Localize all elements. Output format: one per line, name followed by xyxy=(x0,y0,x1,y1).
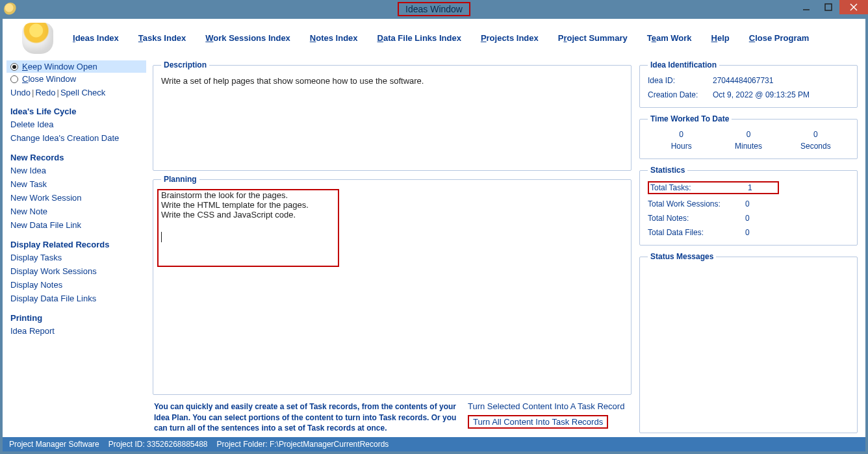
turn-selected-into-task-link[interactable]: Turn Selected Content Into A Task Record xyxy=(468,401,624,411)
right-column: Idea Identification Idea ID: 27044484067… xyxy=(638,60,859,433)
minutes-label: Minutes xyxy=(715,142,782,151)
minutes-value: 0 xyxy=(715,130,782,139)
new-note-link[interactable]: New Note xyxy=(6,206,146,217)
application-window: Ideas Window Ideas Index Tasks Index Wor… xyxy=(0,0,868,454)
printing-header: Printing xyxy=(6,313,146,323)
display-related-header: Display Related Records xyxy=(6,240,146,249)
menu-ideas-index[interactable]: Ideas Index xyxy=(73,33,119,43)
stat-value: 1 xyxy=(748,183,774,192)
new-records-header: New Records xyxy=(6,153,146,162)
idea-id-label: Idea ID: xyxy=(648,76,713,85)
turn-all-into-tasks-link[interactable]: Turn All Content Into Task Records xyxy=(468,415,608,429)
new-idea-link[interactable]: New Idea xyxy=(6,165,146,176)
display-notes-link[interactable]: Display Notes xyxy=(6,279,146,290)
planning-line: Brainstorm the look for the pages. xyxy=(161,190,623,200)
idea-bulb-icon xyxy=(22,23,53,54)
planning-footer: You can quickly and easily create a set … xyxy=(151,401,633,433)
radio-keep-window-open[interactable]: Keep Window Open xyxy=(6,60,146,73)
status-messages-fieldset: Status Messages xyxy=(639,252,858,433)
radio-close-window[interactable]: Close Window xyxy=(6,73,146,85)
new-data-file-link-link[interactable]: New Data File Link xyxy=(6,220,146,231)
description-legend: Description xyxy=(161,60,209,69)
menu-team-work[interactable]: Team Work xyxy=(647,33,692,43)
planning-line xyxy=(161,220,623,229)
menu-bar: Ideas Index Tasks Index Work Sessions In… xyxy=(3,19,865,58)
menu-work-sessions-index[interactable]: Work Sessions Index xyxy=(205,33,290,43)
edit-actions: Undo | Redo | Spell Check xyxy=(6,88,146,97)
title-wrap: Ideas Window xyxy=(398,2,470,16)
stat-label: Total Work Sessions: xyxy=(648,199,745,208)
stat-value: 0 xyxy=(745,228,771,237)
change-creation-date-link[interactable]: Change Idea's Creation Date xyxy=(6,132,146,144)
content-area: Keep Window Open Close Window Undo | Red… xyxy=(3,58,865,437)
svg-rect-1 xyxy=(825,4,832,10)
menu-projects-index[interactable]: Projects Index xyxy=(481,33,539,43)
window-controls xyxy=(795,0,868,14)
description-fieldset: Description Write a set of help pages th… xyxy=(153,60,632,171)
display-data-file-links-link[interactable]: Display Data File Links xyxy=(6,293,146,304)
stat-label: Total Notes: xyxy=(648,214,745,223)
planning-textarea[interactable]: Brainstorm the look for the pages. Write… xyxy=(161,190,623,242)
menu-close-program[interactable]: Close Program xyxy=(749,33,809,43)
seconds-value: 0 xyxy=(782,130,849,139)
status-project-folder: Project Folder: F:\ProjectManagerCurrent… xyxy=(217,440,389,449)
window-title: Ideas Window xyxy=(398,2,470,16)
stat-total-notes: Total Notes: 0 xyxy=(648,214,849,223)
delete-idea-link[interactable]: Delete Idea xyxy=(6,119,146,130)
stat-total-tasks: Total Tasks: 1 xyxy=(648,181,779,194)
idea-id-value: 27044484067731 xyxy=(713,76,849,85)
menu-notes-index[interactable]: Notes Index xyxy=(310,33,358,43)
status-bar: Project Manager Software Project ID: 335… xyxy=(3,437,865,451)
left-sidebar: Keep Window Open Close Window Undo | Red… xyxy=(6,60,146,433)
minimize-button[interactable] xyxy=(795,0,817,14)
menu-help[interactable]: Help xyxy=(711,33,730,43)
idea-identification-fieldset: Idea Identification Idea ID: 27044484067… xyxy=(639,60,858,108)
hours-label: Hours xyxy=(648,142,715,151)
menu-project-summary[interactable]: Project Summary xyxy=(558,33,628,43)
maximize-icon xyxy=(824,3,832,11)
statistics-legend: Statistics xyxy=(648,166,687,175)
new-work-session-link[interactable]: New Work Session xyxy=(6,192,146,203)
maximize-button[interactable] xyxy=(817,0,839,14)
status-project-id: Project ID: 33526268885488 xyxy=(108,440,208,449)
menu-data-file-links-index[interactable]: Data File Links Index xyxy=(377,33,461,43)
creation-date-value: Oct 9, 2022 @ 09:13:25 PM xyxy=(713,90,849,99)
idea-identification-legend: Idea Identification xyxy=(648,60,719,69)
app-icon xyxy=(4,3,17,16)
menu-tasks-index[interactable]: Tasks Index xyxy=(138,33,186,43)
planning-line: Write the HTML template for the pages. xyxy=(161,200,623,210)
planning-footer-links: Turn Selected Content Into A Task Record… xyxy=(468,401,630,433)
stat-total-data-files: Total Data Files: 0 xyxy=(648,228,849,237)
stat-value: 0 xyxy=(745,199,771,208)
client-area: Ideas Index Tasks Index Work Sessions In… xyxy=(2,18,866,452)
description-textarea[interactable]: Write a set of help pages that show some… xyxy=(161,76,623,86)
display-work-sessions-link[interactable]: Display Work Sessions xyxy=(6,266,146,277)
planning-legend: Planning xyxy=(161,175,199,184)
statistics-fieldset: Statistics Total Tasks: 1 Total Work Ses… xyxy=(639,166,858,246)
hours-value: 0 xyxy=(648,130,715,139)
close-button[interactable] xyxy=(839,0,868,14)
stat-total-work-sessions: Total Work Sessions: 0 xyxy=(648,199,849,208)
undo-link[interactable]: Undo xyxy=(10,88,31,97)
center-column: Description Write a set of help pages th… xyxy=(151,60,633,433)
new-task-link[interactable]: New Task xyxy=(6,179,146,190)
display-tasks-link[interactable]: Display Tasks xyxy=(6,252,146,263)
time-worked-legend: Time Worked To Date xyxy=(648,114,732,123)
redo-link[interactable]: Redo xyxy=(35,88,55,97)
text-caret-icon xyxy=(161,232,162,242)
creation-date-label: Creation Date: xyxy=(648,90,713,99)
idea-report-link[interactable]: Idea Report xyxy=(6,325,146,336)
lifecycle-header: Idea's Life Cycle xyxy=(6,107,146,116)
close-icon xyxy=(850,3,858,11)
spell-check-link[interactable]: Spell Check xyxy=(60,88,105,97)
planning-line: Write the CSS and JavaScript code. xyxy=(161,210,623,220)
radio-icon xyxy=(10,75,18,83)
planning-footer-help: You can quickly and easily create a set … xyxy=(154,401,461,433)
title-bar: Ideas Window xyxy=(0,0,868,18)
radio-icon xyxy=(10,63,18,71)
window-mode-group: Keep Window Open Close Window xyxy=(6,60,146,85)
stat-label: Total Data Files: xyxy=(648,228,745,237)
idea-identification-grid: Idea ID: 27044484067731 Creation Date: O… xyxy=(648,76,849,99)
stat-value: 0 xyxy=(745,214,771,223)
planning-fieldset: Planning Brainstorm the look for the pag… xyxy=(153,175,632,395)
